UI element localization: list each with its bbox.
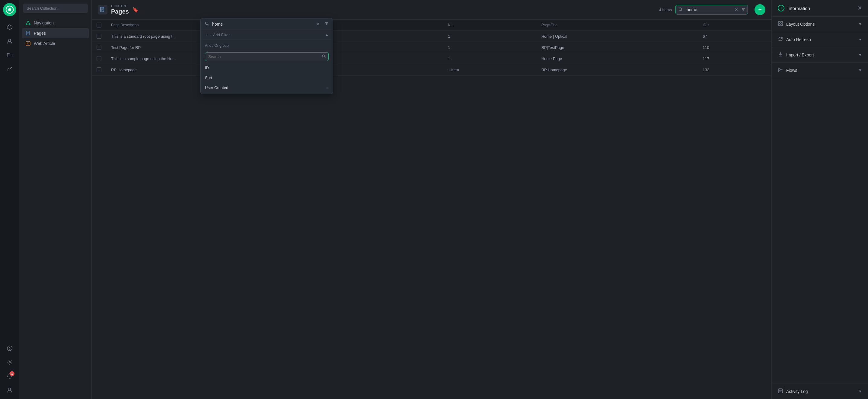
main-header: Content Pages 🔖 4 Items ✕ + xyxy=(92,0,771,20)
svg-marker-2 xyxy=(7,25,12,30)
row-checkbox[interactable] xyxy=(97,45,101,50)
row-n: 1 xyxy=(443,53,536,64)
sidebar-item-pages[interactable]: Pages xyxy=(22,28,89,38)
auto-refresh-icon xyxy=(778,36,783,43)
content-type-icon xyxy=(98,5,107,14)
svg-marker-8 xyxy=(26,21,30,25)
help-icon[interactable]: ? xyxy=(4,342,16,354)
flows-label: Flows xyxy=(786,68,855,73)
auto-refresh-row[interactable]: Auto Refresh ▼ xyxy=(772,32,868,47)
row-n: 1 xyxy=(443,42,536,53)
svg-point-7 xyxy=(9,388,11,390)
svg-line-23 xyxy=(324,57,326,58)
svg-line-18 xyxy=(208,25,209,26)
layout-options-chevron-icon: ▼ xyxy=(858,22,862,26)
filter-option-sort[interactable]: Sort xyxy=(201,73,333,83)
notification-badge: 1 xyxy=(10,371,14,376)
svg-rect-10 xyxy=(26,42,30,45)
import-export-row[interactable]: Import / Export ▼ xyxy=(772,48,868,62)
row-page-title: Home Page xyxy=(537,53,698,64)
add-button[interactable]: + xyxy=(754,4,765,15)
sidebar-item-web-article[interactable]: Web Article xyxy=(22,38,89,49)
navigation-icon xyxy=(25,20,31,26)
page-title-col-header: Page Title xyxy=(537,20,698,31)
flows-row[interactable]: Flows ▼ xyxy=(772,63,868,78)
search-clear-button[interactable]: ✕ xyxy=(735,7,738,12)
filter-inner-search xyxy=(205,52,329,61)
import-export-section: Import / Export ▼ xyxy=(772,48,868,63)
select-all-checkbox[interactable] xyxy=(97,23,101,28)
row-page-title: RP Homepage xyxy=(537,64,698,75)
flows-chevron-icon: ▼ xyxy=(858,68,862,72)
app-logo[interactable] xyxy=(3,3,16,16)
right-panel-header: i Information ✕ xyxy=(772,0,868,17)
n-col-header: N... xyxy=(443,20,536,31)
collection-icon[interactable] xyxy=(4,21,16,33)
dropdown-search-value: home xyxy=(212,22,313,27)
filter-option-user-created[interactable]: User Created › xyxy=(201,83,333,93)
search-dropdown: home ✕ + + Add Filter ▲ And / Or group xyxy=(200,18,333,94)
row-id: 110 xyxy=(698,42,771,53)
users-icon[interactable] xyxy=(4,35,16,47)
row-page-title: RP|TestPage xyxy=(537,42,698,53)
auto-refresh-section: Auto Refresh ▼ xyxy=(772,32,868,48)
activity-log-chevron-icon: ▼ xyxy=(858,389,862,394)
import-export-chevron-icon: ▼ xyxy=(858,53,862,57)
pages-icon xyxy=(25,30,31,36)
search-icon xyxy=(679,7,683,12)
row-id: 132 xyxy=(698,64,771,75)
layout-options-row[interactable]: Layout Options ▼ xyxy=(772,17,868,32)
page-title: Pages xyxy=(111,8,129,15)
filter-search-input[interactable] xyxy=(205,52,329,61)
dropdown-clear-button[interactable]: ✕ xyxy=(316,22,320,27)
svg-point-6 xyxy=(9,362,10,363)
close-panel-button[interactable]: ✕ xyxy=(858,5,862,11)
svg-rect-31 xyxy=(778,389,783,393)
filter-options: And / Or group ID Sort User Created › xyxy=(201,40,333,94)
folder-icon[interactable] xyxy=(4,49,16,61)
select-all-header[interactable] xyxy=(92,20,106,31)
collapse-button[interactable]: ▲ xyxy=(325,33,329,37)
content-label: Content xyxy=(111,4,129,8)
flows-section: Flows ▼ xyxy=(772,63,868,78)
filter-option-id[interactable]: ID xyxy=(201,63,333,73)
analytics-icon[interactable] xyxy=(4,63,16,75)
filter-option-id-label: ID xyxy=(205,65,209,70)
row-page-title: Home | Optical xyxy=(537,31,698,42)
row-checkbox[interactable] xyxy=(97,67,101,72)
user-profile-icon[interactable] xyxy=(4,384,16,396)
settings-icon[interactable] xyxy=(4,356,16,368)
sidebar-item-navigation[interactable]: Navigation xyxy=(22,18,89,28)
search-collection-input[interactable]: Search Collection... xyxy=(23,4,88,13)
add-filter-row[interactable]: + + Add Filter ▲ xyxy=(201,30,333,40)
svg-point-1 xyxy=(8,8,11,11)
activity-log-row[interactable]: Activity Log ▼ xyxy=(772,383,868,399)
filter-search-icon xyxy=(322,54,326,59)
row-checkbox[interactable] xyxy=(97,56,101,61)
sidebar-items: Navigation Pages Web Article xyxy=(19,17,91,399)
row-checkbox[interactable] xyxy=(97,34,101,39)
notification-wrap: 1 xyxy=(4,370,16,382)
bookmark-icon[interactable]: 🔖 xyxy=(132,7,138,13)
info-icon: i xyxy=(778,5,784,11)
svg-marker-28 xyxy=(779,68,780,71)
table-row[interactable]: RP Homepage 1 Item RP Homepage 132 xyxy=(92,64,771,75)
svg-rect-25 xyxy=(781,22,783,23)
svg-text:?: ? xyxy=(9,347,11,350)
table-row[interactable]: Test Page for RP 1 RP|TestPage 110 xyxy=(92,42,771,53)
svg-marker-30 xyxy=(782,69,783,71)
table-row[interactable]: This is a standard root page using t... … xyxy=(92,31,771,42)
flows-icon xyxy=(778,67,783,74)
svg-point-3 xyxy=(9,39,11,41)
svg-point-17 xyxy=(206,22,208,25)
dropdown-filter-icon[interactable] xyxy=(324,22,329,27)
main-content: Content Pages 🔖 4 Items ✕ + xyxy=(92,0,771,399)
activity-log-icon xyxy=(778,388,783,395)
svg-rect-26 xyxy=(778,24,780,26)
row-id: 67 xyxy=(698,31,771,42)
table-row[interactable]: This is a sample page using the Ho... 1 … xyxy=(92,53,771,64)
search-filter-icon[interactable] xyxy=(741,7,745,12)
and-or-label: And / Or group xyxy=(201,41,333,51)
table-container: Page Description N... Page Title ID ↕ Th… xyxy=(92,20,771,399)
svg-point-12 xyxy=(679,7,682,10)
